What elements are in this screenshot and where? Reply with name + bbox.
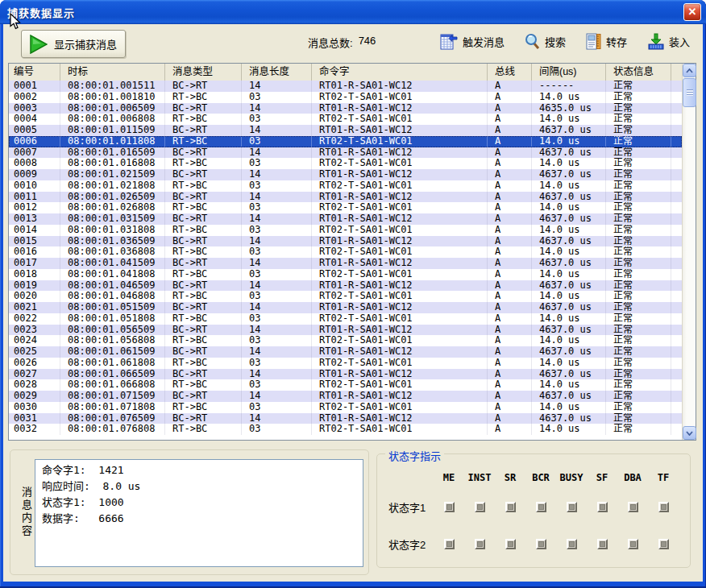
column-header[interactable]: 消息类型 [165, 64, 242, 81]
table-cell: A [488, 346, 532, 358]
table-cell: BC->RT [165, 213, 242, 225]
show-captured-messages-button[interactable]: 显示捕获消息 [21, 30, 126, 58]
table-cell: 正常 [606, 192, 671, 203]
table-cell: 0029 [9, 391, 60, 402]
table-cell-filler [671, 136, 682, 147]
close-button[interactable]: ✕ [683, 3, 701, 21]
table-row[interactable]: 002108:00:01.051509BC->RT14RT01-R-SA01-W… [9, 302, 682, 313]
export-label: 转存 [606, 34, 627, 49]
table-row[interactable]: 001108:00:01.026509BC->RT14RT01-R-SA01-W… [9, 192, 682, 203]
table-row[interactable]: 001808:00:01.041808RT->BC03RT02-T-SA01-W… [9, 269, 682, 280]
table-row[interactable]: 000508:00:01.011509BC->RT14RT01-R-SA01-W… [9, 125, 682, 136]
table-cell: A [488, 379, 532, 391]
table-cell: 0027 [9, 369, 60, 380]
table-cell: 08:00:01.046808 [60, 291, 165, 302]
trigger-message-button[interactable]: 触发消息 [440, 31, 505, 51]
export-button[interactable]: 转存 [586, 31, 627, 51]
table-cell: RT->BC [165, 379, 242, 391]
table-cell: BC->RT [165, 258, 242, 269]
table-row[interactable]: 002308:00:01.056509BC->RT14RT01-R-SA01-W… [9, 325, 682, 336]
table-row[interactable]: 000408:00:01.006808RT->BC03RT02-T-SA01-W… [9, 114, 682, 125]
table-cell: RT->BC [165, 335, 242, 346]
table-row[interactable]: 002708:00:01.066509BC->RT14RT01-R-SA01-W… [9, 369, 682, 380]
table-row[interactable]: 001908:00:01.046509BC->RT14RT01-R-SA01-W… [9, 280, 682, 292]
table-row[interactable]: 003108:00:01.076509BC->RT14RT01-R-SA01-W… [9, 413, 682, 424]
table-cell: 0001 [9, 81, 60, 92]
table-cell: 03 [242, 202, 312, 213]
table-row[interactable]: 001008:00:01.021808RT->BC03RT02-T-SA01-W… [9, 180, 682, 192]
table-row[interactable]: 001408:00:01.031808RT->BC03RT02-T-SA01-W… [9, 225, 682, 236]
table-row[interactable]: 001208:00:01.026808RT->BC03RT02-T-SA01-W… [9, 202, 682, 213]
table-cell-filler [671, 269, 682, 280]
message-total-label: 消息总数: [308, 35, 353, 50]
vertical-scrollbar[interactable] [682, 64, 696, 440]
table-cell: 14 [242, 346, 312, 358]
table-row[interactable]: 000708:00:01.016509BC->RT14RT01-R-SA01-W… [9, 147, 682, 159]
thumb-grip-icon [687, 89, 693, 96]
message-content-box[interactable]: 命令字1: 1421响应时间: 8.0 us状态字1: 1000数据字: 666… [35, 459, 363, 567]
table-cell: 14 [242, 236, 312, 247]
table-cell: A [488, 202, 532, 213]
table-row[interactable]: 000608:00:01.011808RT->BC03RT02-T-SA01-W… [9, 136, 682, 147]
column-header[interactable]: 时标 [60, 64, 165, 81]
search-button[interactable]: 搜索 [524, 31, 566, 51]
status-indicator-core [569, 504, 575, 510]
table-row[interactable]: 000108:00:01.001511BC->RT14RT01-R-SA01-W… [9, 81, 682, 92]
table-cell: 14 [242, 280, 312, 292]
table-row[interactable]: 000208:00:01.001810RT->BC03RT02-T-SA01-W… [9, 92, 682, 103]
table-row[interactable]: 002908:00:01.071509BC->RT14RT01-R-SA01-W… [9, 391, 682, 402]
scrollbar-thumb[interactable] [683, 78, 696, 107]
scroll-up-button[interactable] [683, 64, 696, 77]
column-header[interactable]: 命令字 [312, 64, 488, 81]
table-row[interactable]: 000308:00:01.006509BC->RT14RT01-R-SA01-W… [9, 103, 682, 114]
table-row[interactable]: 002208:00:01.051808RT->BC03RT02-T-SA01-W… [9, 313, 682, 325]
status-column-header: INST [468, 472, 492, 483]
table-cell: A [488, 402, 532, 413]
table-cell: A [488, 269, 532, 280]
table-row[interactable]: 002608:00:01.061808RT->BC03RT02-T-SA01-W… [9, 358, 682, 369]
table-cell: 0020 [9, 291, 60, 302]
table-cell: 14.0 us [532, 92, 606, 103]
message-content-group: 消息内容 命令字1: 1421响应时间: 8.0 us状态字1: 1000数据字… [10, 449, 369, 575]
table-row[interactable]: 000908:00:01.021509BC->RT14RT01-R-SA01-W… [9, 169, 682, 180]
status-column-header: BCR [532, 472, 550, 483]
table-cell: A [488, 325, 532, 336]
table-cell: RT01-R-SA01-WC12 [312, 169, 488, 180]
table-row[interactable]: 002508:00:01.061509BC->RT14RT01-R-SA01-W… [9, 346, 682, 358]
table-cell-filler [671, 103, 682, 114]
search-label: 搜索 [545, 34, 566, 49]
column-header[interactable]: 间隔(us) [532, 64, 606, 81]
table-cell: 08:00:01.036509 [60, 236, 165, 247]
table-row[interactable]: 002408:00:01.056808RT->BC03RT02-T-SA01-W… [9, 335, 682, 346]
table-cell-filler [671, 424, 682, 435]
table-row[interactable]: 001608:00:01.036808RT->BC03RT02-T-SA01-W… [9, 246, 682, 258]
table-row[interactable]: 002808:00:01.066808RT->BC03RT02-T-SA01-W… [9, 379, 682, 391]
column-header[interactable]: 状态信息 [606, 64, 671, 81]
table-row[interactable]: 001708:00:01.041509BC->RT14RT01-R-SA01-W… [9, 258, 682, 269]
column-header[interactable]: 编号 [9, 64, 60, 81]
column-header[interactable]: 总线 [488, 64, 532, 81]
table-row[interactable]: 003208:00:01.076808RT->BC03RT02-T-SA01-W… [9, 424, 682, 435]
table-row[interactable]: 002008:00:01.046808RT->BC03RT02-T-SA01-W… [9, 291, 682, 302]
table-row[interactable]: 001508:00:01.036509BC->RT14RT01-R-SA01-W… [9, 236, 682, 247]
table-row[interactable]: 003008:00:01.071808RT->BC03RT02-T-SA01-W… [9, 402, 682, 413]
table-cell: A [488, 180, 532, 192]
table-cell: 0015 [9, 236, 60, 247]
table-cell: 14.0 us [532, 225, 606, 236]
load-button[interactable]: 装入 [648, 31, 690, 51]
table-row[interactable]: 001308:00:01.031509BC->RT14RT01-R-SA01-W… [9, 213, 682, 225]
table-cell: 14 [242, 258, 312, 269]
table-cell: 正常 [606, 280, 671, 292]
column-header[interactable]: 消息长度 [242, 64, 312, 81]
table-cell: 08:00:01.066509 [60, 369, 165, 380]
scroll-down-button[interactable] [683, 426, 696, 440]
table-cell: A [488, 424, 532, 435]
table-cell: RT01-R-SA01-WC12 [312, 213, 488, 225]
load-icon [648, 33, 664, 50]
table-row[interactable]: 000808:00:01.016808RT->BC03RT02-T-SA01-W… [9, 158, 682, 169]
table-cell: 正常 [606, 391, 671, 402]
table-cell: A [488, 391, 532, 402]
table-cell: RT01-R-SA01-WC12 [312, 346, 488, 358]
status-word-group: 状态字指示 MEINSTSRBCRBUSYSFDBATF状态字1状态字2 [376, 453, 691, 568]
table-cell: 0028 [9, 379, 60, 391]
